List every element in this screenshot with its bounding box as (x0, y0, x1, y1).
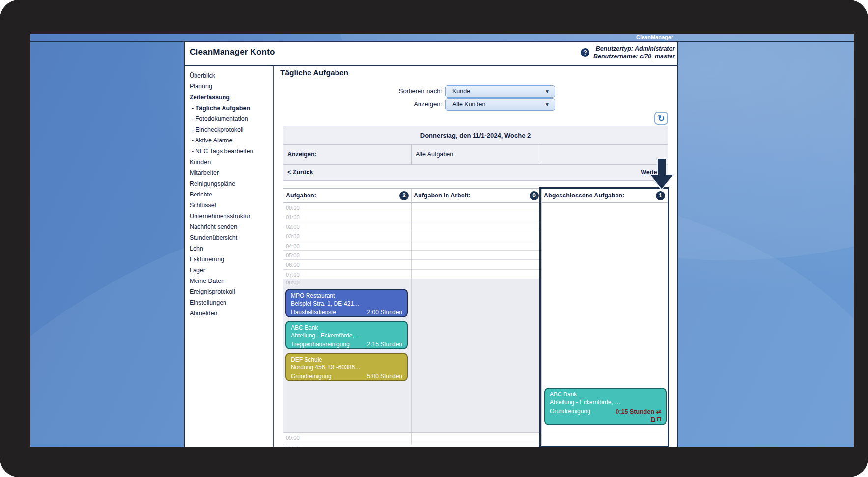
sidebar-item[interactable]: Kunden (185, 157, 273, 168)
sidebar-item[interactable]: - Aktive Alarme (185, 135, 273, 146)
task-list: MPO RestaurantBeispiel Stra. 1, DE-421…H… (285, 289, 409, 385)
show-dropdown-value: Alle Kunden (452, 99, 485, 110)
sidebar-item[interactable]: Mitarbeiter (185, 168, 273, 178)
time-grid: 00:0001:0002:0003:0004:0005:0006:0007:00 (283, 203, 668, 279)
back-link[interactable]: < Zurück (287, 165, 313, 180)
sidebar-item[interactable]: Abmelden (185, 308, 273, 319)
column-divider (411, 189, 412, 445)
time-label: 10:00 (283, 446, 300, 447)
task-service: Haushaltsdienste (291, 309, 336, 316)
grid-line (541, 433, 668, 433)
date-table: Donnerstag, den 11/1-2024, Woche 2 Anzei… (283, 126, 668, 181)
time-row: 01:00 (283, 212, 541, 222)
sidebar: ÜberblickPlanungZeiterfassung- Tägliche … (185, 66, 274, 447)
task-columns-table: Aufgaben: 3 Aufgaben in Arbeit: 0 Abgesc… (283, 188, 668, 445)
time-label: 01:00 (283, 214, 300, 220)
date-nav-row: < Zurück Weiter > (283, 165, 668, 180)
task-address: Beispiel Stra. 1, DE-421… (291, 300, 402, 307)
time-label: 03:00 (283, 233, 300, 239)
task-duration: 2:00 Stunden (367, 309, 402, 316)
task-service: Grundreinigung (291, 373, 332, 380)
task-duration-block: 0:15 Stunden ⇄ (616, 408, 661, 422)
sidebar-item[interactable]: - Eincheckprotokoll (185, 124, 273, 135)
sidebar-item[interactable]: Planung (185, 81, 273, 92)
sidebar-item[interactable]: Überblick (185, 70, 273, 81)
count-badge: 0 (530, 191, 539, 200)
sidebar-item[interactable]: Unternehmensstruktur (185, 211, 273, 222)
app-header: CleanManager Konto ? Benutzertyp: Admini… (185, 42, 677, 66)
count-badge: 1 (656, 191, 665, 200)
time-label: 04:00 (283, 243, 300, 249)
column-header-in-progress: Aufgaben in Arbeit: 0 (411, 189, 541, 202)
time-row: 10:00 (283, 444, 541, 447)
chevron-down-icon: ▼ (545, 86, 550, 97)
time-label: 02:00 (283, 224, 300, 230)
app-title: CleanManager Konto (190, 47, 275, 57)
sort-dropdown-value: Kunde (452, 86, 470, 97)
sidebar-item[interactable]: Lohn (185, 243, 273, 254)
sidebar-item[interactable]: - NFC Tags bearbeiten (185, 146, 273, 157)
sidebar-item[interactable]: Meine Daten (185, 276, 273, 286)
sidebar-item[interactable]: Einstellungen (185, 297, 273, 308)
sidebar-item[interactable]: - Tägliche Aufgaben (185, 103, 273, 113)
sidebar-item[interactable]: Berichte (185, 189, 273, 200)
count-badge: 3 (399, 191, 409, 200)
task-name: MPO Restaurant (291, 292, 402, 299)
sidebar-item[interactable]: Fakturierung (185, 254, 273, 265)
date-filter-row: Anzeigen: Alle Aufgaben (283, 145, 668, 165)
task-card[interactable]: ABC BankAbteilung - Eckernförde, …Treppe… (285, 321, 408, 349)
time-label: 06:00 (283, 262, 300, 268)
sort-dropdown[interactable]: Kunde ▼ (445, 85, 555, 98)
task-name: ABC Bank (550, 391, 661, 398)
task-address: Nordring 456, DE-60386… (291, 364, 402, 371)
page-title: Tägliche Aufgaben (280, 68, 348, 77)
refresh-button[interactable]: ↻ (654, 112, 668, 125)
desktop: CleanManager CleanManager Konto ? Benutz… (30, 34, 854, 447)
task-service: Treppenhausreinigung (291, 341, 350, 348)
sidebar-item[interactable]: Ereignisprotokoll (185, 286, 273, 297)
user-name: Benutzername: cl70_master (593, 53, 675, 60)
column-header-completed: Abgeschlossene Aufgaben: 1 (541, 189, 668, 202)
date-empty-cell (541, 145, 668, 164)
task-card[interactable]: MPO RestaurantBeispiel Stra. 1, DE-421…H… (285, 289, 408, 317)
show-dropdown[interactable]: Alle Kunden ▼ (445, 98, 555, 111)
time-label: 09:00 (283, 435, 300, 441)
user-lines: Benutzertyp: Administrator Benutzername:… (593, 45, 675, 60)
time-row: 06:00 (283, 260, 541, 269)
sidebar-item[interactable]: - Fotodokumentation (185, 113, 273, 124)
time-label: 05:00 (283, 253, 300, 258)
column-divider (541, 189, 542, 445)
task-address: Abteilung - Eckernförde, … (550, 399, 661, 406)
columns-body: 00:0001:0002:0003:0004:0005:0006:0007:00… (283, 203, 668, 445)
user-info: ? Benutzertyp: Administrator Benutzernam… (581, 45, 675, 60)
sidebar-item[interactable]: Nachricht senden (185, 222, 273, 232)
task-service: Grundreinigung (550, 408, 590, 422)
sidebar-item[interactable]: Lager (185, 265, 273, 276)
sidebar-item[interactable]: Schlüssel (185, 200, 273, 211)
completed-task-card[interactable]: ABC Bank Abteilung - Eckernförde, … Grun… (544, 388, 667, 425)
help-icon[interactable]: ? (581, 48, 589, 57)
column-label: Aufgaben: (286, 192, 316, 199)
task-name: DEF Schule (291, 356, 402, 363)
document-icon (651, 417, 655, 422)
sidebar-item[interactable]: Reinigungspläne (185, 178, 273, 189)
time-label: 00:00 (283, 205, 300, 211)
next-link[interactable]: Weiter > (641, 165, 665, 180)
screenshot-stage: CleanManager CleanManager Konto ? Benutz… (0, 0, 868, 477)
current-hour-block: 08:00 MPO RestaurantBeispiel Stra. 1, DE… (283, 279, 541, 433)
sidebar-item[interactable]: Stundenübersicht (185, 232, 273, 243)
app-window: CleanManager Konto ? Benutzertyp: Admini… (184, 42, 678, 447)
time-row: 03:00 (283, 231, 541, 241)
swap-arrows-icon: ⇄ (656, 408, 661, 415)
task-duration: 5:00 Stunden (367, 373, 402, 380)
sidebar-item[interactable]: Zeiterfassung (185, 92, 273, 103)
task-card[interactable]: DEF SchuleNordring 456, DE-60386…Grundre… (285, 353, 408, 381)
user-type: Benutzertyp: Administrator (593, 45, 675, 53)
time-label: 07:00 (283, 272, 300, 278)
titlebar-divider (30, 41, 854, 42)
column-header-tasks: Aufgaben: 3 (283, 189, 411, 202)
time-row: 07:00 (283, 270, 541, 279)
date-show-label: Anzeigen: (283, 145, 412, 164)
show-label: Anzeigen: (334, 98, 442, 110)
time-row: 05:00 (283, 251, 541, 260)
